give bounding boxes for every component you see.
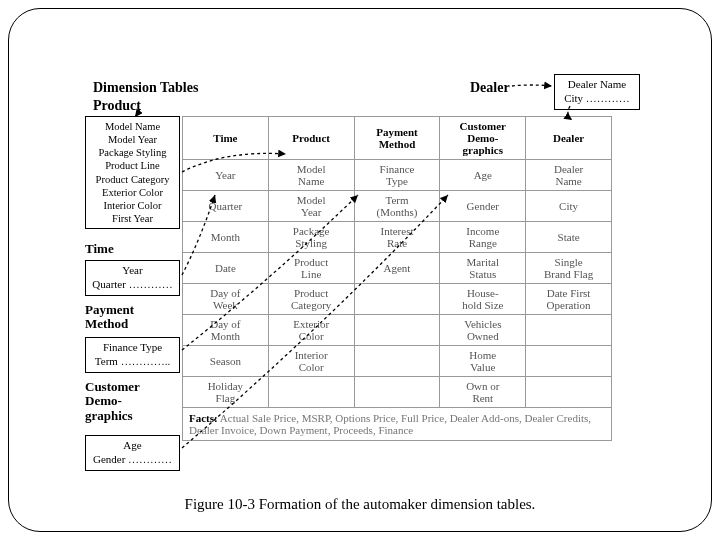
table-cell: Product Category <box>268 284 354 315</box>
table-cell <box>526 315 612 346</box>
table-cell: City <box>526 191 612 222</box>
table-cell <box>354 315 440 346</box>
table-cell: Interest Rate <box>354 222 440 253</box>
box-time: Year Quarter ………… <box>85 260 180 296</box>
table-cell: Day of Month <box>183 315 269 346</box>
table-cell: Interior Color <box>268 346 354 377</box>
table-cell <box>354 377 440 408</box>
col-customer-demographics: Customer Demo- graphics <box>440 117 526 160</box>
table-cell: Year <box>183 160 269 191</box>
box-dealer: Dealer Name City ………… <box>554 74 640 110</box>
label-time: Time <box>85 242 114 256</box>
table-cell: Quarter <box>183 191 269 222</box>
table-cell: Model Name <box>268 160 354 191</box>
table-row: YearModel NameFinance TypeAgeDealer Name <box>183 160 612 191</box>
table-cell: Home Value <box>440 346 526 377</box>
table-cell: House- hold Size <box>440 284 526 315</box>
table-cell <box>526 377 612 408</box>
table-cell: Term (Months) <box>354 191 440 222</box>
label-customer-demographics: Customer Demo- graphics <box>85 380 140 423</box>
table-header-row: Time Product Payment Method Customer Dem… <box>183 117 612 160</box>
table-row: Day of MonthExterior ColorVehicles Owned <box>183 315 612 346</box>
table-row: QuarterModel YearTerm (Months)GenderCity <box>183 191 612 222</box>
table-cell <box>354 284 440 315</box>
table-row: Day of WeekProduct CategoryHouse- hold S… <box>183 284 612 315</box>
heading-dimension-tables: Dimension Tables <box>93 80 198 96</box>
facts-row: Facts: Actual Sale Price, MSRP, Options … <box>183 408 612 441</box>
heading-product: Product <box>93 98 141 114</box>
table-cell: Dealer Name <box>526 160 612 191</box>
table-cell: Package Styling <box>268 222 354 253</box>
table-cell <box>268 377 354 408</box>
table-cell: Exterior Color <box>268 315 354 346</box>
box-payment-method: Finance Type Term ………….. <box>85 337 180 373</box>
box-product: Model Name Model Year Package Styling Pr… <box>85 116 180 229</box>
heading-dealer: Dealer <box>470 80 510 96</box>
table-cell: Date <box>183 253 269 284</box>
table-row: SeasonInterior ColorHome Value <box>183 346 612 377</box>
table-cell: Agent <box>354 253 440 284</box>
col-dealer: Dealer <box>526 117 612 160</box>
facts-cell: Facts: Actual Sale Price, MSRP, Options … <box>183 408 612 441</box>
table-cell: Marital Status <box>440 253 526 284</box>
col-payment-method: Payment Method <box>354 117 440 160</box>
table-cell: Age <box>440 160 526 191</box>
table-cell: Income Range <box>440 222 526 253</box>
table-cell: Holiday Flag <box>183 377 269 408</box>
table-cell: Day of Week <box>183 284 269 315</box>
dimension-table: Time Product Payment Method Customer Dem… <box>182 116 612 441</box>
table-cell: Product Line <box>268 253 354 284</box>
table-cell <box>526 346 612 377</box>
table-cell <box>354 346 440 377</box>
table-row: DateProduct LineAgentMarital StatusSingl… <box>183 253 612 284</box>
table-cell: Own or Rent <box>440 377 526 408</box>
table-cell: Vehicles Owned <box>440 315 526 346</box>
col-product: Product <box>268 117 354 160</box>
table-row: MonthPackage StylingInterest RateIncome … <box>183 222 612 253</box>
label-payment-method: Payment Method <box>85 303 134 332</box>
table-cell: Finance Type <box>354 160 440 191</box>
col-time: Time <box>183 117 269 160</box>
figure-caption: Figure 10-3 Formation of the automaker d… <box>0 496 720 513</box>
table-cell: State <box>526 222 612 253</box>
table-cell: Season <box>183 346 269 377</box>
table-cell: Single Brand Flag <box>526 253 612 284</box>
table-cell: Gender <box>440 191 526 222</box>
table-row: Holiday FlagOwn or Rent <box>183 377 612 408</box>
table-cell: Model Year <box>268 191 354 222</box>
box-customer-demo: Age Gender ………… <box>85 435 180 471</box>
table-cell: Month <box>183 222 269 253</box>
table-cell: Date First Operation <box>526 284 612 315</box>
